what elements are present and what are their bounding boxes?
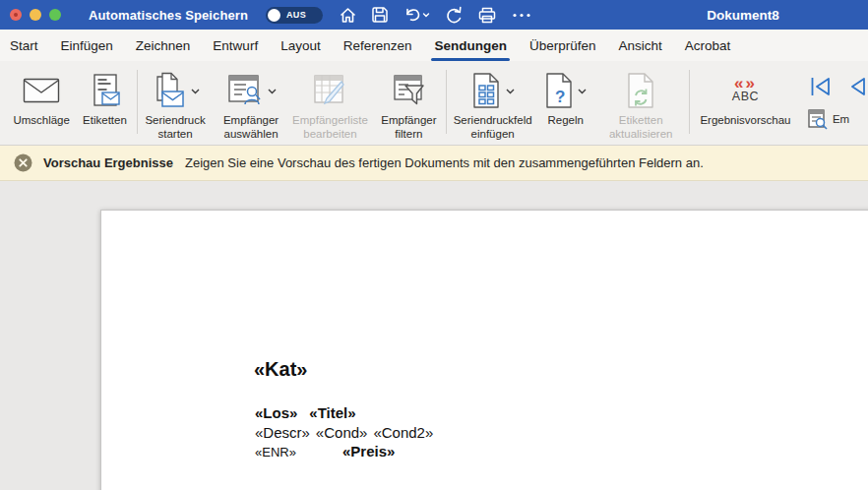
merge-line-2: «Descr»«Cond»«Cond2» bbox=[255, 423, 433, 443]
tab-zeichnen[interactable]: Zeichnen bbox=[136, 30, 191, 61]
tab-acrobat[interactable]: Acrobat bbox=[685, 30, 731, 61]
etiketten-aktualisieren-label: Etiketten aktualisieren bbox=[609, 113, 673, 141]
word-window: { "titlebar": { "autosave_label": "Autom… bbox=[0, 0, 868, 490]
record-navigation: Em bbox=[807, 61, 868, 145]
merge-line-3: «ENR»«Preis» bbox=[255, 442, 433, 462]
chevron-down-icon bbox=[578, 89, 587, 94]
tab-start[interactable]: Start bbox=[10, 30, 38, 61]
empfaenger-filtern-label: Empfänger filtern bbox=[381, 113, 436, 141]
merge-field-preis[interactable]: «Preis» bbox=[342, 443, 395, 459]
labels-icon bbox=[87, 73, 122, 108]
chevron-down-icon bbox=[268, 89, 277, 94]
toggle-knob bbox=[268, 9, 280, 22]
empfaenger-filtern-button[interactable]: Empfänger filtern bbox=[371, 61, 446, 145]
merge-field-enr[interactable]: «ENR» bbox=[255, 443, 342, 462]
save-icon[interactable] bbox=[371, 6, 389, 24]
update-labels-icon bbox=[626, 72, 655, 109]
previous-record-icon[interactable] bbox=[844, 75, 868, 98]
titlebar: Automatisches Speichern AUS Dokument8 bbox=[0, 0, 868, 30]
print-icon[interactable] bbox=[477, 6, 497, 25]
merge-field-descr[interactable]: «Descr» bbox=[255, 424, 310, 441]
preview-results-icon: «» ABC bbox=[732, 77, 759, 103]
empfaengerliste-bearbeiten-button: Empfängerliste bearbeiten bbox=[289, 61, 372, 145]
merge-field-cond[interactable]: «Cond» bbox=[316, 424, 368, 441]
empfaenger-suchen-label: Em bbox=[833, 113, 849, 125]
redo-icon[interactable] bbox=[444, 6, 464, 25]
preview-info-bar: Vorschau Ergebnisse Zeigen Sie eine Vors… bbox=[0, 146, 868, 181]
infobar-message: Zeigen Sie eine Vorschau des fertigen Do… bbox=[185, 155, 704, 170]
tab-referenzen[interactable]: Referenzen bbox=[343, 30, 412, 61]
seriendruck-starten-button[interactable]: Seriendruck starten bbox=[138, 61, 214, 145]
document-area[interactable]: «Kat» «Los»«Titel» «Descr»«Cond»«Cond2» … bbox=[0, 181, 868, 490]
autosave-state: AUS bbox=[286, 10, 306, 20]
etiketten-label: Etiketten bbox=[83, 113, 127, 127]
tab-ansicht[interactable]: Ansicht bbox=[619, 30, 662, 61]
start-mail-merge-icon bbox=[152, 72, 187, 109]
regeln-label: Regeln bbox=[547, 113, 583, 127]
tab-einfuegen[interactable]: Einfügen bbox=[61, 30, 113, 61]
regeln-button[interactable]: ? Regeln bbox=[538, 61, 593, 145]
ribbon-tabbar: Start Einfügen Zeichnen Entwurf Layout R… bbox=[0, 30, 868, 61]
traffic-lights bbox=[10, 9, 61, 21]
tab-layout[interactable]: Layout bbox=[280, 30, 321, 61]
close-button[interactable] bbox=[10, 9, 22, 21]
document-title: Dokument8 bbox=[679, 0, 807, 30]
autosave-label: Automatisches Speichern bbox=[89, 8, 248, 23]
zoom-button[interactable] bbox=[49, 9, 61, 21]
umschlaege-button[interactable]: Umschläge bbox=[10, 61, 73, 145]
empfaenger-auswaehlen-button[interactable]: Empfänger auswählen bbox=[214, 61, 289, 145]
empfaenger-auswaehlen-label: Empfänger auswählen bbox=[223, 113, 279, 141]
filter-recipients-icon bbox=[391, 73, 426, 108]
home-icon[interactable] bbox=[339, 6, 357, 25]
chevron-down-icon bbox=[191, 89, 200, 94]
more-icon[interactable] bbox=[511, 6, 532, 25]
merge-field-los[interactable]: «Los» bbox=[255, 404, 297, 421]
merge-field-cond2[interactable]: «Cond2» bbox=[373, 424, 433, 441]
minimize-button[interactable] bbox=[30, 9, 41, 21]
seriendruckfeld-einfuegen-button[interactable]: Seriendruckfeld einfügen bbox=[447, 61, 538, 145]
rules-icon: ? bbox=[544, 72, 574, 109]
empfaengerliste-bearbeiten-label: Empfängerliste bearbeiten bbox=[292, 113, 368, 141]
infobar-title: Vorschau Ergebnisse bbox=[43, 155, 173, 170]
first-record-icon[interactable] bbox=[809, 75, 833, 98]
undo-icon[interactable] bbox=[403, 6, 430, 25]
umschlaege-label: Umschläge bbox=[13, 113, 70, 127]
ergebnisvorschau-label: Ergebnisvorschau bbox=[700, 113, 790, 127]
svg-text:?: ? bbox=[555, 88, 565, 106]
seriendruck-starten-label: Seriendruck starten bbox=[145, 113, 205, 141]
merge-field-kat[interactable]: «Kat» bbox=[254, 358, 307, 381]
ergebnisvorschau-button[interactable]: «» ABC Ergebnisvorschau bbox=[690, 61, 801, 145]
tab-sendungen[interactable]: Sendungen bbox=[434, 30, 507, 61]
tab-ueberpruefen[interactable]: Überprüfen bbox=[529, 30, 596, 61]
edit-recipient-list-icon bbox=[311, 73, 348, 108]
etiketten-button[interactable]: Etiketten bbox=[73, 61, 136, 145]
chevron-down-icon bbox=[506, 89, 515, 94]
insert-merge-field-icon bbox=[470, 72, 502, 109]
autosave-toggle[interactable]: AUS bbox=[266, 7, 323, 24]
merge-field-titel[interactable]: «Titel» bbox=[309, 404, 355, 421]
ribbon-sendungen: Umschläge Etiketten Seriendruck starten bbox=[0, 61, 868, 146]
etiketten-aktualisieren-button: Etiketten aktualisieren bbox=[592, 61, 688, 145]
seriendruckfeld-einfuegen-label: Seriendruckfeld einfügen bbox=[454, 113, 532, 141]
empfaenger-suchen-button[interactable]: Em bbox=[807, 108, 868, 130]
find-recipient-icon bbox=[807, 108, 829, 130]
envelope-icon bbox=[23, 78, 60, 103]
merge-line-1: «Los»«Titel» bbox=[255, 403, 433, 423]
merge-field-block: «Los»«Titel» «Descr»«Cond»«Cond2» «ENR»«… bbox=[255, 403, 433, 462]
document-page[interactable]: «Kat» «Los»«Titel» «Descr»«Cond»«Cond2» … bbox=[100, 210, 868, 490]
select-recipients-icon bbox=[226, 73, 264, 108]
dismiss-icon[interactable] bbox=[14, 153, 32, 172]
tab-entwurf[interactable]: Entwurf bbox=[213, 30, 258, 61]
